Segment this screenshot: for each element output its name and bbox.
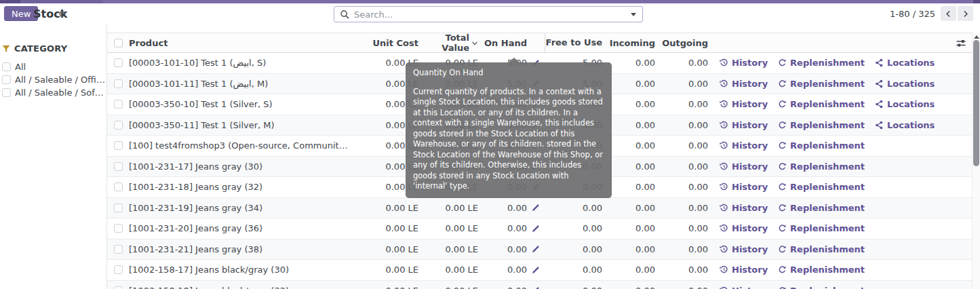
refresh-icon: [778, 100, 787, 109]
replenishment-button[interactable]: Replenishment: [778, 140, 865, 151]
locations-button[interactable]: Locations: [875, 120, 935, 130]
row-checkbox[interactable]: [114, 100, 123, 109]
table-row[interactable]: [1001-231-20] Jeans gray (36) 0.00 LE 0.…: [107, 218, 980, 239]
replenishment-button[interactable]: Replenishment: [778, 58, 865, 68]
scrollbar-thumb[interactable]: [973, 40, 979, 166]
history-button[interactable]: History: [720, 223, 768, 233]
history-button[interactable]: History: [720, 58, 768, 68]
row-checkbox[interactable]: [114, 162, 123, 171]
adjust-columns-icon[interactable]: [956, 38, 966, 48]
category-filter-software[interactable]: All / Saleable / Software: [2, 86, 106, 99]
table-row[interactable]: [1002-158-18] Jeans black/gray (32) 0.00…: [107, 281, 980, 289]
replenishment-button[interactable]: Replenishment: [778, 79, 865, 89]
locations-button[interactable]: Locations: [875, 79, 935, 89]
product-cell[interactable]: [1001-231-19] Jeans gray (34): [129, 203, 353, 213]
history-icon: [720, 204, 728, 212]
edit-on-hand-button[interactable]: [532, 286, 540, 289]
scroll-up-arrow-icon[interactable]: [974, 35, 979, 39]
total-value-cell: 0.00 LE: [418, 203, 478, 213]
locations-button[interactable]: Locations: [875, 58, 935, 68]
product-cell[interactable]: [00003-101-10] Test 1 (ابيض, S): [129, 58, 353, 68]
replenishment-button[interactable]: Replenishment: [778, 120, 865, 130]
product-cell[interactable]: [00003-350-10] Test 1 (Silver, S): [129, 99, 353, 109]
pager-next-button[interactable]: [958, 6, 973, 21]
category-filter-all[interactable]: All: [2, 60, 106, 73]
search-input[interactable]: [354, 7, 625, 21]
gear-icon[interactable]: ⚙: [58, 9, 66, 19]
history-icon: [720, 224, 728, 233]
edit-on-hand-button[interactable]: [532, 225, 540, 233]
search-dropdown-toggle[interactable]: [625, 7, 642, 22]
checkbox[interactable]: [2, 88, 11, 97]
product-cell[interactable]: [1002-158-18] Jeans black/gray (32): [129, 286, 353, 289]
category-filter-office-furniture[interactable]: All / Saleable / Office Fur…: [2, 73, 106, 86]
checkbox[interactable]: [2, 62, 11, 71]
history-button-label: History: [732, 203, 768, 213]
table-row[interactable]: [1002-158-17] Jeans black/gray (30) 0.00…: [107, 260, 980, 281]
column-header-total-value[interactable]: Total Value: [418, 33, 478, 53]
product-cell[interactable]: [1001-231-20] Jeans gray (36): [129, 223, 353, 233]
history-button[interactable]: History: [720, 120, 768, 130]
replenishment-button[interactable]: Replenishment: [778, 223, 865, 233]
history-button-label: History: [732, 99, 768, 109]
column-header-unit-cost[interactable]: Unit Cost: [353, 38, 418, 48]
row-checkbox[interactable]: [114, 121, 123, 130]
history-button[interactable]: History: [720, 99, 768, 109]
product-cell[interactable]: [00003-350-11] Test 1 (Silver, M): [129, 120, 353, 130]
checkbox[interactable]: [2, 75, 11, 84]
row-checkbox[interactable]: [114, 286, 123, 289]
replenishment-button[interactable]: Replenishment: [778, 99, 865, 109]
unit-cost-cell: 0.00 LE: [353, 223, 418, 233]
history-button[interactable]: History: [720, 286, 768, 289]
edit-on-hand-button[interactable]: [532, 266, 540, 274]
row-checkbox[interactable]: [114, 141, 123, 150]
product-cell[interactable]: [1001-231-17] Jeans gray (30): [129, 161, 353, 172]
row-checkbox[interactable]: [114, 58, 123, 67]
vertical-scrollbar[interactable]: [972, 33, 980, 289]
row-checkbox[interactable]: [114, 204, 123, 212]
locations-sitemap-icon: [875, 79, 884, 88]
history-button-label: History: [732, 161, 768, 172]
history-button[interactable]: History: [720, 244, 768, 254]
column-header-incoming[interactable]: Incoming: [602, 38, 655, 48]
table-row[interactable]: [1001-231-21] Jeans gray (38) 0.00 LE 0.…: [107, 239, 980, 261]
row-checkbox[interactable]: [114, 245, 123, 254]
column-header-product[interactable]: Product: [129, 38, 353, 48]
column-header-on-hand[interactable]: On Hand: [478, 38, 527, 48]
locations-button[interactable]: Locations: [875, 99, 935, 109]
total-value-cell: 0.00 LE: [418, 244, 478, 254]
row-checkbox[interactable]: [114, 79, 123, 88]
tooltip-title: Quantity On Hand: [413, 68, 604, 79]
select-all-checkbox[interactable]: [114, 39, 123, 47]
history-button[interactable]: History: [720, 182, 768, 192]
total-value-cell: 0.00 LE: [418, 265, 478, 275]
pager-prev-button[interactable]: [941, 6, 956, 21]
row-checkbox[interactable]: [114, 224, 123, 233]
edit-on-hand-button[interactable]: [532, 245, 540, 253]
history-button[interactable]: History: [720, 140, 768, 151]
search-box[interactable]: [334, 6, 643, 22]
history-button[interactable]: History: [720, 79, 768, 89]
history-button[interactable]: History: [720, 203, 768, 213]
row-checkbox[interactable]: [114, 182, 123, 191]
column-header-free-to-use[interactable]: Free to Use: [545, 33, 602, 53]
replenishment-button[interactable]: Replenishment: [778, 161, 865, 172]
history-button[interactable]: History: [720, 265, 768, 275]
history-button[interactable]: History: [720, 161, 768, 172]
replenishment-button[interactable]: Replenishment: [778, 244, 865, 254]
product-cell[interactable]: [1001-231-18] Jeans gray (32): [129, 182, 353, 192]
product-cell[interactable]: [1002-158-17] Jeans black/gray (30): [129, 265, 353, 275]
replenishment-button-label: Replenishment: [790, 244, 865, 254]
edit-on-hand-button[interactable]: [532, 204, 540, 212]
column-header-outgoing[interactable]: Outgoing: [655, 38, 708, 48]
row-checkbox[interactable]: [114, 265, 123, 274]
replenishment-button[interactable]: Replenishment: [778, 265, 865, 275]
product-cell[interactable]: [100] test4fromshop3 (Open-source, Commu…: [129, 140, 353, 151]
replenishment-button[interactable]: Replenishment: [778, 182, 865, 192]
replenishment-button[interactable]: Replenishment: [778, 203, 865, 213]
filter-funnel-icon: [2, 45, 11, 53]
product-cell[interactable]: [1001-231-21] Jeans gray (38): [129, 244, 353, 254]
replenishment-button[interactable]: Replenishment: [778, 286, 865, 289]
table-row[interactable]: [1001-231-19] Jeans gray (34) 0.00 LE 0.…: [107, 198, 980, 219]
product-cell[interactable]: [00003-101-11] Test 1 (ابيض, M): [129, 79, 353, 89]
